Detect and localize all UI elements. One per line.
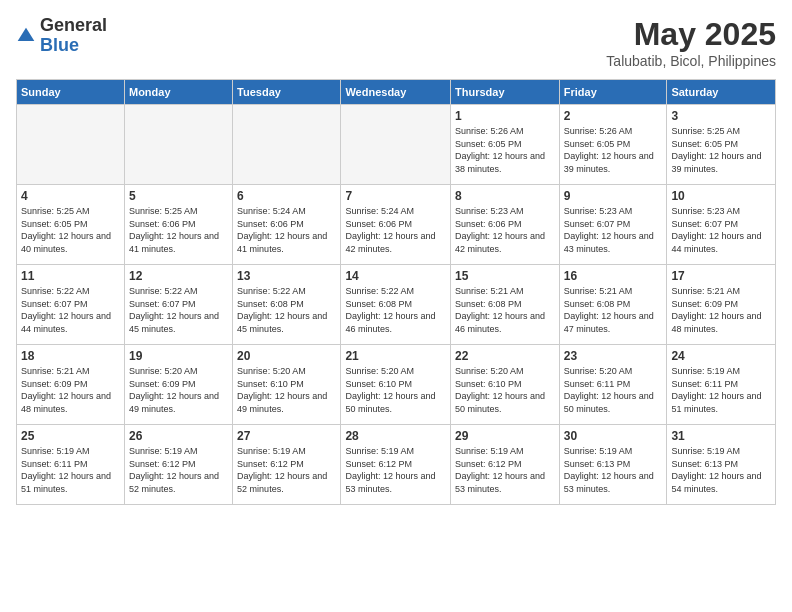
day-details: Sunrise: 5:23 AMSunset: 6:07 PMDaylight:… [671,205,771,255]
calendar-cell: 5Sunrise: 5:25 AMSunset: 6:06 PMDaylight… [124,185,232,265]
calendar-cell: 20Sunrise: 5:20 AMSunset: 6:10 PMDayligh… [233,345,341,425]
day-details: Sunrise: 5:19 AMSunset: 6:12 PMDaylight:… [345,445,446,495]
calendar-cell [17,105,125,185]
day-details: Sunrise: 5:22 AMSunset: 6:07 PMDaylight:… [21,285,120,335]
calendar-cell: 9Sunrise: 5:23 AMSunset: 6:07 PMDaylight… [559,185,667,265]
day-number: 24 [671,349,771,363]
logo-general: General [40,15,107,35]
day-number: 29 [455,429,555,443]
calendar-cell [124,105,232,185]
day-number: 15 [455,269,555,283]
calendar-cell: 25Sunrise: 5:19 AMSunset: 6:11 PMDayligh… [17,425,125,505]
calendar-week-row: 18Sunrise: 5:21 AMSunset: 6:09 PMDayligh… [17,345,776,425]
title-block: May 2025 Talubatib, Bicol, Philippines [606,16,776,69]
calendar-cell: 31Sunrise: 5:19 AMSunset: 6:13 PMDayligh… [667,425,776,505]
calendar-cell: 22Sunrise: 5:20 AMSunset: 6:10 PMDayligh… [451,345,560,425]
day-number: 21 [345,349,446,363]
calendar-week-row: 4Sunrise: 5:25 AMSunset: 6:05 PMDaylight… [17,185,776,265]
day-number: 27 [237,429,336,443]
day-of-week-header: Thursday [451,80,560,105]
calendar-cell: 11Sunrise: 5:22 AMSunset: 6:07 PMDayligh… [17,265,125,345]
logo-icon [16,26,36,46]
day-details: Sunrise: 5:21 AMSunset: 6:08 PMDaylight:… [455,285,555,335]
day-number: 23 [564,349,663,363]
calendar-cell: 16Sunrise: 5:21 AMSunset: 6:08 PMDayligh… [559,265,667,345]
calendar-header-row: SundayMondayTuesdayWednesdayThursdayFrid… [17,80,776,105]
day-details: Sunrise: 5:25 AMSunset: 6:06 PMDaylight:… [129,205,228,255]
day-details: Sunrise: 5:22 AMSunset: 6:08 PMDaylight:… [237,285,336,335]
day-details: Sunrise: 5:24 AMSunset: 6:06 PMDaylight:… [237,205,336,255]
day-number: 12 [129,269,228,283]
day-of-week-header: Wednesday [341,80,451,105]
day-number: 4 [21,189,120,203]
day-number: 30 [564,429,663,443]
day-details: Sunrise: 5:19 AMSunset: 6:12 PMDaylight:… [455,445,555,495]
day-number: 10 [671,189,771,203]
calendar-cell: 26Sunrise: 5:19 AMSunset: 6:12 PMDayligh… [124,425,232,505]
day-details: Sunrise: 5:21 AMSunset: 6:09 PMDaylight:… [671,285,771,335]
day-details: Sunrise: 5:20 AMSunset: 6:10 PMDaylight:… [237,365,336,415]
day-number: 3 [671,109,771,123]
day-of-week-header: Friday [559,80,667,105]
calendar-week-row: 25Sunrise: 5:19 AMSunset: 6:11 PMDayligh… [17,425,776,505]
calendar-cell: 29Sunrise: 5:19 AMSunset: 6:12 PMDayligh… [451,425,560,505]
day-number: 18 [21,349,120,363]
calendar-cell: 7Sunrise: 5:24 AMSunset: 6:06 PMDaylight… [341,185,451,265]
day-number: 17 [671,269,771,283]
calendar-cell: 6Sunrise: 5:24 AMSunset: 6:06 PMDaylight… [233,185,341,265]
day-details: Sunrise: 5:19 AMSunset: 6:12 PMDaylight:… [237,445,336,495]
svg-marker-0 [18,27,35,40]
day-number: 5 [129,189,228,203]
day-number: 25 [21,429,120,443]
day-details: Sunrise: 5:21 AMSunset: 6:08 PMDaylight:… [564,285,663,335]
calendar-week-row: 11Sunrise: 5:22 AMSunset: 6:07 PMDayligh… [17,265,776,345]
calendar-cell: 30Sunrise: 5:19 AMSunset: 6:13 PMDayligh… [559,425,667,505]
day-details: Sunrise: 5:20 AMSunset: 6:11 PMDaylight:… [564,365,663,415]
day-number: 8 [455,189,555,203]
day-number: 1 [455,109,555,123]
logo-blue: Blue [40,35,79,55]
calendar-cell: 1Sunrise: 5:26 AMSunset: 6:05 PMDaylight… [451,105,560,185]
day-of-week-header: Monday [124,80,232,105]
calendar-cell: 27Sunrise: 5:19 AMSunset: 6:12 PMDayligh… [233,425,341,505]
day-number: 22 [455,349,555,363]
calendar-cell: 24Sunrise: 5:19 AMSunset: 6:11 PMDayligh… [667,345,776,425]
calendar-table: SundayMondayTuesdayWednesdayThursdayFrid… [16,79,776,505]
day-details: Sunrise: 5:19 AMSunset: 6:12 PMDaylight:… [129,445,228,495]
calendar-cell [233,105,341,185]
calendar-cell: 15Sunrise: 5:21 AMSunset: 6:08 PMDayligh… [451,265,560,345]
title-location: Talubatib, Bicol, Philippines [606,53,776,69]
day-details: Sunrise: 5:24 AMSunset: 6:06 PMDaylight:… [345,205,446,255]
calendar-cell: 10Sunrise: 5:23 AMSunset: 6:07 PMDayligh… [667,185,776,265]
title-month: May 2025 [606,16,776,53]
day-details: Sunrise: 5:26 AMSunset: 6:05 PMDaylight:… [455,125,555,175]
day-details: Sunrise: 5:20 AMSunset: 6:10 PMDaylight:… [455,365,555,415]
day-number: 26 [129,429,228,443]
day-details: Sunrise: 5:25 AMSunset: 6:05 PMDaylight:… [671,125,771,175]
day-number: 19 [129,349,228,363]
calendar-cell: 19Sunrise: 5:20 AMSunset: 6:09 PMDayligh… [124,345,232,425]
day-of-week-header: Sunday [17,80,125,105]
calendar-cell: 8Sunrise: 5:23 AMSunset: 6:06 PMDaylight… [451,185,560,265]
day-number: 9 [564,189,663,203]
day-number: 6 [237,189,336,203]
day-details: Sunrise: 5:23 AMSunset: 6:06 PMDaylight:… [455,205,555,255]
calendar-cell: 17Sunrise: 5:21 AMSunset: 6:09 PMDayligh… [667,265,776,345]
logo-text: General Blue [40,16,107,56]
day-of-week-header: Saturday [667,80,776,105]
day-number: 2 [564,109,663,123]
day-number: 14 [345,269,446,283]
day-number: 28 [345,429,446,443]
day-number: 13 [237,269,336,283]
calendar-cell: 2Sunrise: 5:26 AMSunset: 6:05 PMDaylight… [559,105,667,185]
calendar-cell: 14Sunrise: 5:22 AMSunset: 6:08 PMDayligh… [341,265,451,345]
calendar-cell: 23Sunrise: 5:20 AMSunset: 6:11 PMDayligh… [559,345,667,425]
day-details: Sunrise: 5:22 AMSunset: 6:08 PMDaylight:… [345,285,446,335]
day-details: Sunrise: 5:26 AMSunset: 6:05 PMDaylight:… [564,125,663,175]
day-details: Sunrise: 5:23 AMSunset: 6:07 PMDaylight:… [564,205,663,255]
calendar-cell: 18Sunrise: 5:21 AMSunset: 6:09 PMDayligh… [17,345,125,425]
calendar-cell: 12Sunrise: 5:22 AMSunset: 6:07 PMDayligh… [124,265,232,345]
day-details: Sunrise: 5:22 AMSunset: 6:07 PMDaylight:… [129,285,228,335]
day-number: 16 [564,269,663,283]
calendar-body: 1Sunrise: 5:26 AMSunset: 6:05 PMDaylight… [17,105,776,505]
